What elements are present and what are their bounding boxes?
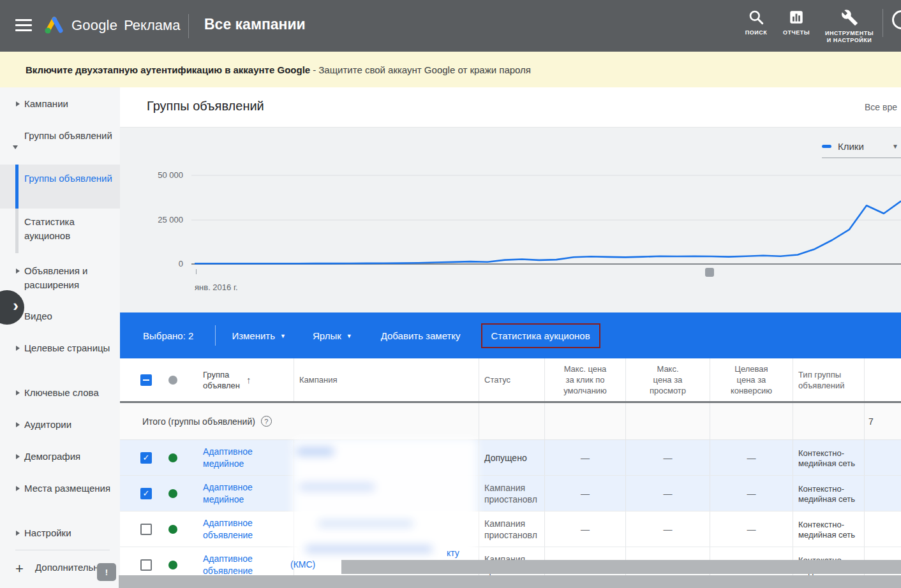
reports-tool[interactable]: ОТЧЕТЫ xyxy=(769,9,824,36)
header-select-cell xyxy=(120,358,166,401)
column-header-max-cpv[interactable]: Макс. цена за просмотр xyxy=(625,358,710,401)
chevron-right-icon xyxy=(16,422,20,427)
table-row: ✓Адаптивное медийноеДопущено———Контекстн… xyxy=(120,440,901,476)
sidebar-item-label: Группы объявлений xyxy=(0,129,120,143)
chevron-right-icon xyxy=(16,268,20,274)
add-note-button[interactable]: Добавить заметку xyxy=(381,330,461,341)
timeline-note-marker[interactable] xyxy=(705,268,714,277)
max-cpc-cell: — xyxy=(544,476,625,511)
auction-insights-button[interactable]: Статистика аукционов xyxy=(481,323,600,348)
sidebar-item-8[interactable]: Аудитории xyxy=(0,418,120,432)
enabled-status-dot xyxy=(168,453,177,462)
sort-ascending-icon: ↑ xyxy=(246,374,251,385)
row-checkbox[interactable]: ✓ xyxy=(140,488,152,499)
campaign-name-fragment[interactable]: кту xyxy=(447,548,459,558)
edit-menu-button[interactable]: Изменить ▼ xyxy=(232,330,286,341)
sidebar-item-7[interactable]: Ключевые слова xyxy=(0,386,120,400)
column-header-campaign[interactable]: Кампания xyxy=(294,358,479,401)
ad-group-link[interactable]: Адаптивное медийное xyxy=(203,481,288,506)
chevron-right-icon xyxy=(16,101,20,107)
chevron-down-icon: ▼ xyxy=(346,333,352,339)
sidebar-item-10[interactable]: Места размещения xyxy=(0,481,120,496)
table-total-row: Итого (группы объявлений)?7 xyxy=(120,403,901,440)
column-header-status[interactable]: Статус xyxy=(479,358,544,401)
table-header-row: Группа объявлен↑КампанияСтатусМакс. цена… xyxy=(120,358,901,403)
context-title: Все кампании xyxy=(204,16,306,33)
max-cpv-cell: — xyxy=(625,511,710,547)
chevron-right-icon xyxy=(16,390,20,395)
sidebar-rail xyxy=(15,209,19,253)
page-title-row: Группы объявлений Все вре xyxy=(120,87,901,128)
topbar-divider-2 xyxy=(882,9,883,37)
google-ads-app: Google Реклама Все кампании ПОИСК ОТЧЕТЫ xyxy=(0,0,901,588)
banner-bold-text: Включите двухэтапную аутентификацию в ак… xyxy=(26,64,310,75)
max-cpc-cell: — xyxy=(544,440,625,475)
chevron-down-icon: ▼ xyxy=(280,333,286,339)
status-cell: Кампания приостановл xyxy=(479,511,544,547)
max-cpv-cell: — xyxy=(625,440,710,475)
plus-icon: + xyxy=(15,561,24,577)
sidebar-item-4[interactable]: Объявления и расширения xyxy=(0,264,120,292)
page-horizontal-scrollbar[interactable] xyxy=(119,575,901,588)
chevron-right-icon xyxy=(16,531,20,536)
selected-count: Выбрано: 2 xyxy=(143,330,193,341)
google-ads-logo[interactable]: Google Реклама xyxy=(42,15,180,36)
target-cpa-cell: — xyxy=(710,476,793,511)
wrench-icon xyxy=(841,9,858,26)
enabled-status-dot xyxy=(168,561,177,570)
status-dot-icon xyxy=(168,376,177,385)
reports-icon xyxy=(788,9,805,26)
google-ads-triangle-icon xyxy=(42,15,65,36)
search-icon xyxy=(748,9,764,26)
ad-groups-table: Группа объявлен↑КампанияСтатусМакс. цена… xyxy=(120,358,901,583)
brand-google: Google xyxy=(71,17,117,34)
chevron-right-icon xyxy=(16,486,20,491)
table-row: ✓Адаптивное медийноеКампания приостановл… xyxy=(120,476,901,511)
security-notice-banner[interactable]: Включите двухэтапную аутентификацию в ак… xyxy=(0,52,901,87)
topbar-divider xyxy=(188,14,189,38)
campaign-name-fragment[interactable]: (КМС) xyxy=(290,559,315,570)
group-type-cell: Контекстно-медийная сеть xyxy=(793,511,864,547)
row-checkbox[interactable] xyxy=(140,559,152,571)
header-status-dot-cell xyxy=(166,358,198,401)
redacted-campaign-names xyxy=(292,438,477,559)
group-type-cell: Контекстно-медийная сеть xyxy=(793,440,864,475)
row-checkbox[interactable] xyxy=(140,524,152,535)
sidebar-item-9[interactable]: Демография xyxy=(0,450,120,464)
sidebar-item-6[interactable]: Целевые страницы xyxy=(0,341,120,355)
help-icon[interactable]: ? xyxy=(261,416,272,427)
date-range-selector[interactable]: Все вре xyxy=(865,102,897,112)
target-cpa-cell: — xyxy=(710,511,793,547)
chevron-right-icon xyxy=(16,346,20,351)
label-menu-button[interactable]: Ярлык ▼ xyxy=(313,330,352,341)
page-title: Группы объявлений xyxy=(147,99,264,114)
sidebar-item-0[interactable]: Кампании xyxy=(0,97,120,111)
sidebar-item-11[interactable]: Настройки xyxy=(0,526,120,540)
feedback-bubble-icon[interactable]: ! xyxy=(97,563,116,581)
column-header-max-cpc[interactable]: Макс. цена за клик по умолчанию xyxy=(544,358,625,401)
enabled-status-dot xyxy=(168,489,177,498)
status-cell: Допущено xyxy=(479,440,544,475)
column-header-group-type[interactable]: Тип группы объявлений xyxy=(793,358,864,401)
ad-group-link[interactable]: Адаптивное объявление xyxy=(203,517,288,541)
column-header-target-cpa[interactable]: Целевая цена за конверсию xyxy=(710,358,793,401)
x-axis-tick xyxy=(196,269,197,274)
ad-group-link[interactable]: Адаптивное медийное xyxy=(203,446,288,470)
target-cpa-cell: — xyxy=(710,440,793,475)
select-all-checkbox[interactable] xyxy=(140,374,152,386)
column-header-clipped xyxy=(864,358,901,401)
row-checkbox[interactable]: ✓ xyxy=(140,452,152,464)
group-type-cell: Контекстно-медийная сеть xyxy=(793,476,864,511)
column-header-group[interactable]: Группа объявлен↑ xyxy=(198,358,294,401)
action-bar-separator xyxy=(215,325,216,346)
tools-settings-tool[interactable]: ИНСТРУМЕНТЫ И НАСТРОЙКИ xyxy=(819,9,880,44)
ad-group-link[interactable]: Адаптивное объявление xyxy=(203,553,288,577)
performance-chart-panel: Клики ▼ 50 000 25 000 0 янв. 2016 г. xyxy=(120,128,901,312)
help-icon[interactable] xyxy=(892,10,901,29)
table-row: Адаптивное объявлениеКампания приостанов… xyxy=(120,511,901,547)
main-menu-icon[interactable] xyxy=(15,19,32,32)
chevron-right-icon: › xyxy=(13,296,19,316)
sidebar-item-1[interactable]: Группы объявлений xyxy=(0,129,120,143)
sidebar-selected-rail xyxy=(15,165,19,209)
table-horizontal-scrollbar[interactable] xyxy=(341,560,901,574)
